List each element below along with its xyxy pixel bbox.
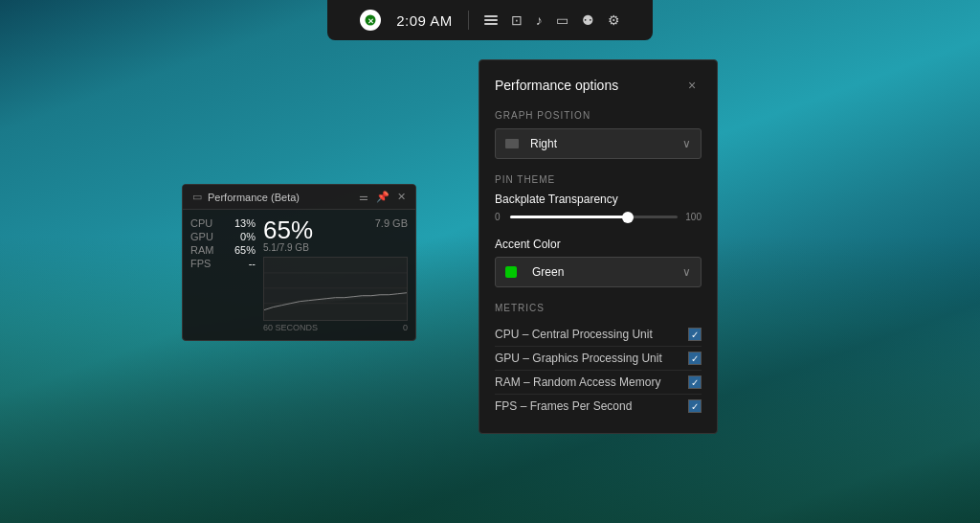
perf-top-row: 65% 5.1/7.9 GB 7.9 GB [263,217,408,253]
fps-stat-row: FPS -- [190,258,256,269]
cpu-stat-row: CPU 13% [190,217,256,229]
accent-color-arrow-icon: ∨ [682,265,691,279]
perf-stats: CPU 13% GPU 0% RAM 65% FPS -- [190,217,256,332]
perf-widget-controls: ⚌ 📌 ✕ [359,191,406,203]
pin-theme-label: PIN THEME [495,174,702,185]
metric-checkbox-ram[interactable]: ✓ [688,375,702,389]
transparency-slider-track[interactable] [510,216,678,218]
ram-stat-row: RAM 65% [190,244,256,256]
graph-position-label: GRAPH POSITION [495,110,702,121]
perf-widget-title-area: ▭ Performance (Beta) [192,191,300,203]
perf-widget-header: ▭ Performance (Beta) ⚌ 📌 ✕ [183,185,415,210]
taskbar-divider [468,11,469,30]
perf-graph-area [263,257,408,321]
volume-icon[interactable]: ♪ [536,12,543,28]
graph-position-arrow-icon: ∨ [682,137,691,150]
metric-checkbox-cpu[interactable]: ✓ [688,328,702,341]
performance-widget: ▭ Performance (Beta) ⚌ 📌 ✕ CPU 13% GPU 0… [182,184,416,341]
graph-zero-label: 0 [403,323,408,332]
graph-seconds-label: 60 SECONDS [263,323,318,332]
metric-label-gpu: GPU – Graphics Processing Unit [495,352,662,365]
metric-row-fps: FPS – Frames Per Second✓ [495,395,702,418]
metric-label-ram: RAM – Random Access Memory [495,375,660,389]
hamburger-icon[interactable] [484,15,498,25]
cpu-value: 13% [234,217,256,229]
perf-gb-label: 7.9 GB [375,217,408,229]
perf-options-title: Performance options [495,78,618,93]
perf-big-container: 65% 5.1/7.9 GB [263,217,313,253]
perf-main-area: 65% 5.1/7.9 GB 7.9 GB [263,217,408,332]
cpu-label: CPU [190,217,219,229]
metrics-list: CPU – Central Processing Unit✓GPU – Grap… [495,323,702,418]
taskbar: ✕ 2:09 AM ⊡ ♪ ▭ ⚉ ⚙ [327,0,653,40]
pin-theme-section: PIN THEME Backplate Transparency 0 100 A… [495,174,702,287]
slider-min-label: 0 [495,212,502,222]
graph-position-icon [505,139,519,148]
taskbar-time: 2:09 AM [396,12,453,29]
ram-value: 65% [234,244,256,256]
perf-widget-title: Performance (Beta) [208,192,300,203]
gpu-stat-row: GPU 0% [190,231,256,242]
perf-options-close-button[interactable]: × [682,76,702,95]
perf-monitor-icon: ▭ [192,191,202,203]
close-icon[interactable]: ✕ [397,191,406,203]
metrics-section: METRICS CPU – Central Processing Unit✓GP… [495,303,702,418]
perf-big-percent: 65% [263,217,313,242]
display-icon[interactable]: ▭ [556,12,568,28]
fps-value: -- [249,258,256,269]
gpu-label: GPU [190,231,219,242]
backplate-label: Backplate Transparency [495,193,702,206]
shield-icon[interactable]: ⊡ [511,12,523,28]
accent-color-label: Accent Color [495,238,702,251]
metrics-label: METRICS [495,303,702,313]
pin-icon[interactable]: 📌 [376,191,390,203]
perf-bottom-labels: 60 SECONDS 0 [263,323,408,332]
settings-icon[interactable]: ⚌ [359,191,368,203]
taskbar-icons: ⊡ ♪ ▭ ⚉ ⚙ [484,12,620,28]
ram-label: RAM [190,244,219,256]
graph-position-value: Right [505,137,557,150]
gpu-value: 0% [240,231,256,242]
slider-thumb[interactable] [622,212,634,223]
xbox-logo[interactable]: ✕ [360,10,381,31]
accent-color-dropdown[interactable]: Green ∨ [495,257,702,287]
graph-position-section: GRAPH POSITION Right ∨ [495,110,702,159]
gear-icon[interactable]: ⚙ [608,12,620,28]
people-icon[interactable]: ⚉ [582,12,594,28]
metric-row-ram: RAM – Random Access Memory✓ [495,371,702,395]
accent-color-value: Green [505,265,564,279]
performance-options-panel: Performance options × GRAPH POSITION Rig… [479,59,718,434]
perf-options-header: Performance options × [495,76,702,95]
perf-graph-svg [264,258,407,320]
color-indicator-green [505,266,517,278]
metric-row-gpu: GPU – Graphics Processing Unit✓ [495,347,702,371]
fps-label: FPS [190,258,219,269]
metric-label-fps: FPS – Frames Per Second [495,399,632,413]
metric-checkbox-gpu[interactable]: ✓ [688,352,702,365]
perf-ram-detail: 5.1/7.9 GB [263,242,313,253]
metric-checkbox-fps[interactable]: ✓ [688,399,702,413]
svg-text:✕: ✕ [368,17,374,26]
metric-row-cpu: CPU – Central Processing Unit✓ [495,323,702,347]
metric-label-cpu: CPU – Central Processing Unit [495,328,653,341]
transparency-slider-container: 0 100 [495,212,702,222]
slider-max-label: 100 [685,212,702,222]
slider-fill [510,216,628,218]
perf-widget-body: CPU 13% GPU 0% RAM 65% FPS -- 65% 5.1/7.… [183,210,415,340]
graph-position-dropdown[interactable]: Right ∨ [495,128,702,159]
